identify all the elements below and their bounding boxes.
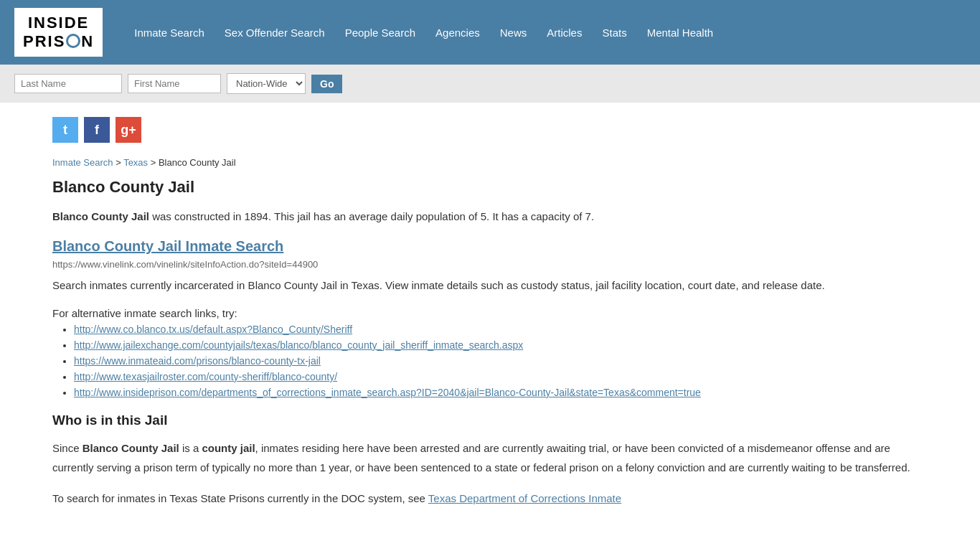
jail-description-text: was constructed in 1894. This jail has a… (149, 210, 594, 222)
social-icons: t f g+ (52, 117, 928, 143)
alt-link-5[interactable]: http://www.insideprison.com/departments_… (74, 387, 701, 398)
alt-link-1[interactable]: http://www.co.blanco.tx.us/default.aspx?… (74, 324, 352, 335)
nav-agencies[interactable]: Agencies (425, 23, 490, 42)
breadcrumb-inmate-search-link[interactable]: Inmate Search (52, 157, 113, 168)
breadcrumb-separator-2: > (151, 157, 159, 168)
inmate-search-link-title[interactable]: Blanco County Jail Inmate Search (52, 238, 928, 255)
county-jail-bold: county jail (202, 442, 255, 454)
google-plus-icon[interactable]: g+ (116, 117, 141, 143)
breadcrumb-texas-link[interactable]: Texas (123, 157, 148, 168)
texas-doc-link[interactable]: Texas Department of Corrections Inmate (428, 492, 621, 504)
search-bar: Nation-Wide Alabama Alaska Arizona Texas… (0, 65, 980, 103)
search-go-button[interactable]: Go (311, 75, 342, 93)
facebook-icon[interactable]: f (84, 117, 110, 143)
logo-inside-text: INSIDE (23, 14, 94, 32)
last-name-input[interactable] (14, 74, 122, 93)
alt-links-list: http://www.co.blanco.tx.us/default.aspx?… (74, 324, 928, 398)
alt-link-4[interactable]: http://www.texasjailroster.com/county-sh… (74, 371, 337, 382)
location-dropdown[interactable]: Nation-Wide Alabama Alaska Arizona Texas (227, 73, 306, 94)
breadcrumb-separator-1: > (116, 157, 123, 168)
logo-prison-text: PRISN (23, 32, 94, 51)
nav-mental-health[interactable]: Mental Health (637, 23, 724, 42)
twitter-icon[interactable]: t (52, 117, 78, 143)
main-content: t f g+ Inmate Search > Texas > Blanco Co… (38, 103, 942, 522)
who-section: Who is in this Jail Since Blanco County … (52, 413, 928, 508)
breadcrumb-current: Blanco County Jail (159, 157, 236, 168)
who-section-heading: Who is in this Jail (52, 413, 928, 428)
nav-inmate-search[interactable]: Inmate Search (124, 23, 215, 42)
list-item: http://www.jailexchange.com/countyjails/… (74, 339, 928, 351)
site-header: INSIDE PRISN Inmate Search Sex Offender … (0, 0, 980, 65)
list-item: http://www.insideprison.com/departments_… (74, 387, 928, 398)
nav-sex-offender-search[interactable]: Sex Offender Search (215, 23, 335, 42)
jail-name-bold-2: Blanco County Jail (83, 442, 179, 454)
nav-articles[interactable]: Articles (537, 23, 592, 42)
who-section-outro: To search for inmates in Texas State Pri… (52, 489, 928, 508)
list-item: http://www.co.blanco.tx.us/default.aspx?… (74, 324, 928, 335)
jail-name-bold: Blanco County Jail (52, 210, 149, 222)
inmate-search-description: Search inmates currently incarcerated in… (52, 277, 928, 294)
logo-o-circle (66, 34, 80, 48)
breadcrumb: Inmate Search > Texas > Blanco County Ja… (52, 157, 928, 168)
list-item: https://www.inmateaid.com/prisons/blanco… (74, 355, 928, 367)
site-logo[interactable]: INSIDE PRISN (14, 8, 103, 57)
nav-news[interactable]: News (490, 23, 537, 42)
alt-link-3[interactable]: https://www.inmateaid.com/prisons/blanco… (74, 355, 321, 367)
main-nav: Inmate Search Sex Offender Search People… (124, 23, 723, 42)
page-title: Blanco County Jail (52, 178, 928, 197)
alt-link-2[interactable]: http://www.jailexchange.com/countyjails/… (74, 339, 523, 351)
first-name-input[interactable] (128, 74, 221, 93)
list-item: http://www.texasjailroster.com/county-sh… (74, 371, 928, 382)
nav-stats[interactable]: Stats (592, 23, 636, 42)
alt-links-intro: For alternative inmate search links, try… (52, 307, 928, 319)
inmate-search-url: https://www.vinelink.com/vinelink/siteIn… (52, 259, 928, 270)
jail-description: Blanco County Jail was constructed in 18… (52, 208, 928, 225)
who-section-paragraph: Since Blanco County Jail is a county jai… (52, 438, 928, 477)
nav-people-search[interactable]: People Search (335, 23, 425, 42)
